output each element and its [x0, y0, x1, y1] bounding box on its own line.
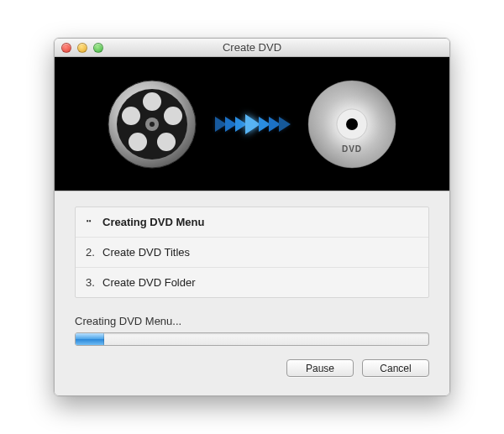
cancel-button[interactable]: Cancel	[362, 359, 429, 377]
film-reel-icon	[106, 78, 198, 170]
step-label: Creating DVD Menu	[102, 216, 204, 228]
progress-fill	[76, 333, 104, 345]
svg-point-5	[164, 107, 182, 125]
close-icon[interactable]	[61, 43, 71, 53]
dvd-disc-icon: DVD	[306, 78, 398, 170]
step-row: 2. Create DVD Titles	[76, 238, 428, 268]
zoom-icon[interactable]	[93, 43, 103, 53]
svg-point-3	[150, 122, 155, 127]
step-number: 2.	[86, 246, 102, 259]
pause-button[interactable]: Pause	[286, 359, 354, 377]
svg-point-4	[143, 92, 161, 111]
banner: DVD	[55, 57, 449, 191]
svg-point-8	[122, 107, 140, 125]
step-row: ⠒ Creating DVD Menu	[76, 207, 428, 238]
create-dvd-dialog: Create DVD	[54, 38, 450, 396]
minimize-icon[interactable]	[77, 43, 87, 53]
step-label: Create DVD Folder	[102, 276, 196, 289]
svg-point-7	[129, 133, 147, 151]
traffic-lights	[55, 43, 103, 53]
arrow-chain-icon	[215, 114, 289, 134]
step-spinner-icon: ⠒	[86, 218, 102, 227]
content-area: ⠒ Creating DVD Menu 2. Create DVD Titles…	[55, 191, 449, 395]
svg-point-12	[346, 118, 358, 130]
button-row: Pause Cancel	[75, 359, 429, 377]
window-title: Create DVD	[55, 41, 449, 54]
svg-point-6	[157, 133, 176, 151]
progress-bar	[75, 332, 429, 346]
steps-list: ⠒ Creating DVD Menu 2. Create DVD Titles…	[75, 207, 429, 298]
step-row: 3. Create DVD Folder	[76, 268, 428, 297]
step-label: Create DVD Titles	[102, 246, 190, 259]
status-text: Creating DVD Menu...	[75, 315, 429, 327]
step-number: 3.	[86, 276, 102, 289]
disc-label: DVD	[342, 144, 362, 154]
titlebar[interactable]: Create DVD	[55, 39, 449, 57]
